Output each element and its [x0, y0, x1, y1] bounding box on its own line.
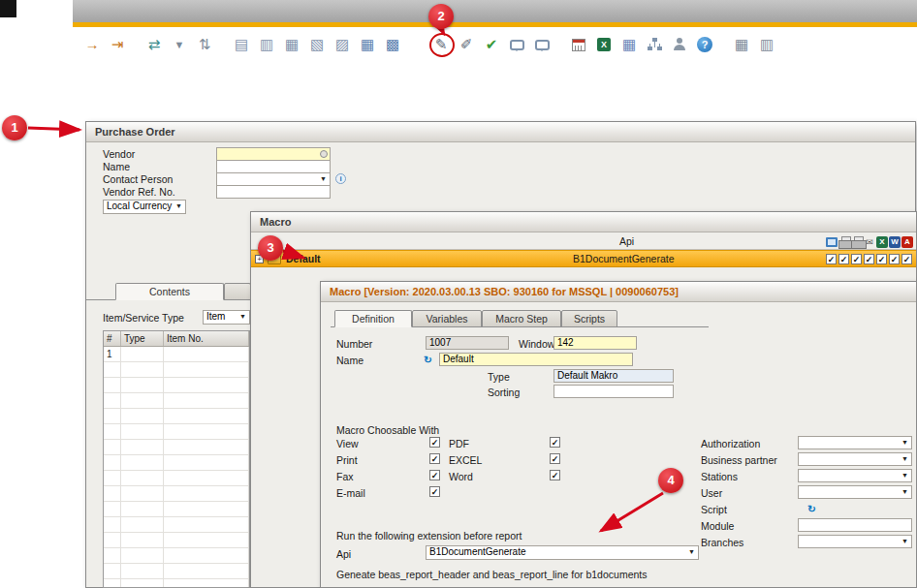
table-row[interactable] [104, 486, 249, 502]
macro-list-titlebar[interactable]: Macro [251, 212, 916, 232]
purchase-order-titlebar[interactable]: Purchase Order [86, 122, 915, 142]
next-record-icon[interactable]: → [81, 34, 103, 55]
dropdown-arrow-icon[interactable]: ▼ [174, 201, 184, 211]
copy-table-icon[interactable]: ▦ [281, 34, 302, 55]
info-icon[interactable]: i [335, 173, 346, 184]
sorting-field[interactable] [553, 385, 674, 398]
macro-row-api[interactable]: B1DocumentGenerate [573, 253, 674, 264]
table-row[interactable] [104, 362, 249, 378]
po-row1-number[interactable]: 1 [104, 347, 121, 361]
business-partner-dropdown[interactable]: ▼ [798, 452, 912, 466]
excel-checkbox[interactable]: ✓ [876, 254, 887, 264]
dropdown-arrow-icon[interactable]: ▼ [237, 312, 248, 322]
choose-from-list-icon[interactable] [320, 150, 328, 158]
calculator-icon[interactable]: ▦ [618, 34, 640, 55]
pdf-output-icon[interactable]: A [901, 235, 913, 248]
report-grid-icon[interactable]: ▦ [731, 34, 752, 55]
tab-contents[interactable]: Contents [115, 283, 224, 300]
table-view-icon[interactable]: ▦ [357, 34, 378, 55]
table-row[interactable] [104, 502, 249, 517]
email-checkbox[interactable]: ✓ [864, 254, 874, 264]
api-column-header[interactable]: Api [619, 235, 634, 247]
macro-row-name[interactable]: Default [286, 253, 321, 264]
user-dropdown[interactable]: ▼ [798, 485, 912, 499]
last-record-icon[interactable]: ⇥ [107, 34, 128, 55]
currency-dropdown[interactable]: Local Currency ▼ [103, 200, 186, 214]
approve-doc-icon[interactable]: ✔ [481, 34, 502, 55]
view-output-icon[interactable] [826, 235, 838, 248]
word-checkbox[interactable]: ✓ [889, 254, 900, 264]
user-icon[interactable] [669, 34, 690, 55]
table-row[interactable] [104, 378, 249, 393]
macro-name-field[interactable]: Default [439, 353, 633, 366]
table-row[interactable] [104, 409, 249, 424]
view-checkbox[interactable]: ✓ [826, 254, 837, 264]
po-row1-type[interactable] [121, 347, 164, 361]
dropdown-arrow-icon[interactable]: ▼ [686, 547, 697, 557]
vendor-input[interactable] [216, 147, 331, 161]
sort-icon[interactable]: ⇅ [194, 34, 215, 55]
excel-output-icon[interactable]: X [876, 235, 888, 248]
contact-person-dropdown[interactable]: ▼ [216, 172, 331, 186]
excel-export-icon[interactable]: X [593, 34, 615, 55]
po-row1-itemno[interactable] [164, 347, 249, 361]
name-input[interactable] [216, 160, 331, 173]
table-row[interactable] [104, 579, 249, 588]
macro-detail-titlebar[interactable]: Macro [Version: 2020.03.00.13 SBO: 93016… [321, 282, 916, 302]
calendar-icon[interactable] [568, 34, 589, 55]
branches-dropdown[interactable]: ▼ [798, 535, 912, 548]
view-checkbox[interactable]: ✓ [429, 437, 440, 448]
export-doc-icon[interactable]: ▧ [306, 34, 328, 55]
word-checkbox[interactable]: ✓ [550, 470, 560, 480]
print-checkbox[interactable]: ✓ [429, 453, 440, 464]
authorization-dropdown[interactable]: ▼ [798, 436, 912, 449]
dropdown-arrow-icon[interactable]: ▼ [900, 438, 910, 448]
chat-alt-icon[interactable] [531, 34, 553, 55]
pdf-checkbox[interactable]: ✓ [901, 254, 912, 264]
report-grid2-icon[interactable]: ▥ [756, 34, 777, 55]
find-in-table-icon[interactable]: ▩ [382, 34, 403, 55]
module-field[interactable] [798, 518, 912, 532]
refresh-icon[interactable]: ⇄ [143, 34, 165, 55]
macro-settings-icon[interactable]: ✐ [456, 34, 477, 55]
dropdown-arrow-icon[interactable]: ▼ [900, 537, 910, 546]
word-output-icon[interactable]: W [889, 235, 901, 248]
print-checkbox[interactable]: ✓ [838, 254, 849, 264]
dropdown-arrow-icon[interactable]: ▼ [900, 454, 910, 464]
table-row[interactable] [104, 471, 249, 486]
table-row[interactable] [104, 393, 249, 409]
table-row[interactable] [104, 564, 249, 579]
table-row[interactable] [104, 424, 249, 440]
fax-checkbox[interactable]: ✓ [851, 254, 862, 264]
stations-dropdown[interactable]: ▼ [798, 469, 912, 482]
macro-default-row[interactable]: + Default B1DocumentGenerate ✓ ✓ ✓ ✓ ✓ ✓… [251, 250, 916, 267]
fax-checkbox[interactable]: ✓ [429, 470, 440, 480]
filter-icon[interactable]: ▼ [169, 34, 190, 55]
table-row[interactable] [104, 455, 249, 471]
chat-icon[interactable] [506, 34, 527, 55]
table-row[interactable] [104, 548, 249, 564]
api-dropdown[interactable]: B1DocumentGenerate ▼ [426, 545, 699, 560]
window-field[interactable]: 142 [553, 336, 637, 350]
vendor-ref-input[interactable] [216, 185, 331, 199]
copy-icon[interactable]: ▤ [231, 34, 252, 55]
table-row[interactable] [104, 517, 249, 533]
item-service-type-dropdown[interactable]: Item ▼ [203, 310, 250, 325]
dropdown-arrow-icon[interactable]: ▼ [318, 174, 329, 184]
pdf-checkbox[interactable]: ✓ [550, 437, 560, 448]
table-row[interactable] [104, 533, 249, 548]
table-row[interactable] [104, 440, 249, 455]
paste-icon[interactable]: ▥ [256, 34, 277, 55]
type-field[interactable]: Default Makro [553, 369, 674, 383]
link-refresh-icon[interactable]: ↻ [424, 354, 432, 365]
number-field[interactable]: 1007 [426, 336, 509, 350]
dropdown-arrow-icon[interactable]: ▼ [900, 471, 910, 480]
tab-definition[interactable]: Definition [334, 310, 412, 327]
email-checkbox[interactable]: ✓ [429, 486, 440, 497]
help-icon[interactable]: ? [694, 34, 715, 55]
excel-checkbox[interactable]: ✓ [550, 453, 560, 464]
org-chart-icon[interactable] [644, 34, 665, 55]
table-row[interactable]: 1 [104, 347, 249, 362]
dropdown-arrow-icon[interactable]: ▼ [900, 487, 910, 497]
import-doc-icon[interactable]: ▨ [332, 34, 353, 55]
